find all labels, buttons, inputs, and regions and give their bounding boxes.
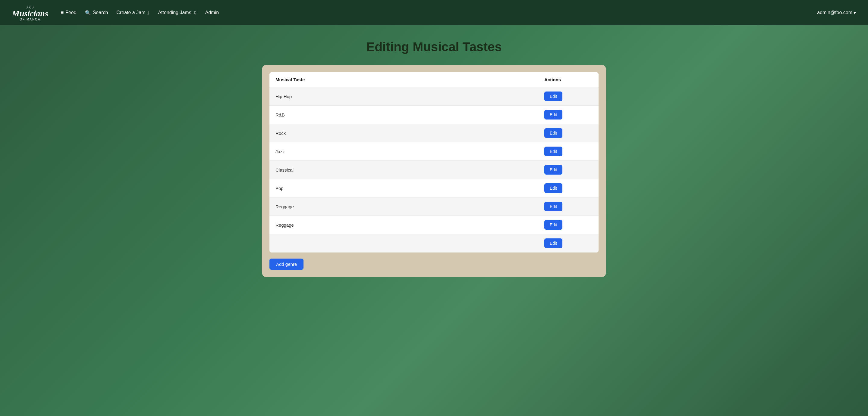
navbar: ♪♫♪ Musicians OF MANOA ≡ Feed 🔍 Search [0,0,868,25]
edit-button[interactable]: Edit [544,238,562,248]
edit-button[interactable]: Edit [544,147,562,156]
table-row: ReggageEdit [270,216,598,234]
edit-button[interactable]: Edit [544,128,562,138]
action-cell: Edit [538,106,598,124]
nav-link-attending-jams[interactable]: Attending Jams ♫ [158,10,196,15]
table-row: Edit [270,234,598,252]
nav-left: ♪♫♪ Musicians OF MANOA ≡ Feed 🔍 Search [12,4,219,21]
taste-cell: Rock [270,124,538,142]
dropdown-icon: ▾ [854,10,856,16]
table-row: JazzEdit [270,142,598,161]
page-title: Editing Musical Tastes [366,40,502,54]
table-header-row: Musical Taste Actions [270,72,598,87]
action-cell: Edit [538,234,598,252]
table-row: PopEdit [270,179,598,198]
musical-tastes-table: Musical Taste Actions Hip HopEditR&BEdit… [270,72,598,252]
action-cell: Edit [538,179,598,198]
action-cell: Edit [538,142,598,161]
user-menu[interactable]: admin@foo.com ▾ [817,10,856,16]
nav-item-admin[interactable]: Admin [205,10,219,15]
table-wrapper: Musical Taste Actions Hip HopEditR&BEdit… [270,72,598,252]
feed-icon: ≡ [61,10,64,15]
nav-right: admin@foo.com ▾ [817,10,856,16]
table-row: ReggageEdit [270,198,598,216]
music-note-icon: ♩ [147,10,150,16]
nav-item-create-jam[interactable]: Create a Jam ♩ [116,10,150,16]
nav-link-feed[interactable]: ≡ Feed [61,10,76,15]
edit-button[interactable]: Edit [544,110,562,119]
nav-item-feed[interactable]: ≡ Feed [61,10,76,15]
nav-item-search[interactable]: 🔍 Search [85,10,108,16]
taste-cell: Pop [270,179,538,198]
table-body: Hip HopEditR&BEditRockEditJazzEditClassi… [270,87,598,252]
taste-cell: Reggage [270,198,538,216]
col-header-actions: Actions [538,72,598,87]
action-cell: Edit [538,161,598,179]
nav-link-search[interactable]: 🔍 Search [85,10,108,16]
table-row: ClassicalEdit [270,161,598,179]
taste-cell [270,234,538,252]
table-row: Hip HopEdit [270,87,598,106]
nav-links: ≡ Feed 🔍 Search Create a Jam ♩ Attending… [61,10,219,16]
action-cell: Edit [538,198,598,216]
add-genre-button[interactable]: Add genre [270,258,304,270]
music-list-icon: ♫ [193,10,197,15]
nav-link-admin[interactable]: Admin [205,10,219,15]
action-cell: Edit [538,87,598,106]
edit-button[interactable]: Edit [544,183,562,193]
nav-link-create-jam[interactable]: Create a Jam ♩ [116,10,150,16]
table-row: RockEdit [270,124,598,142]
search-icon: 🔍 [85,10,91,16]
logo-sub: OF MANOA [20,18,40,21]
main-content: Editing Musical Tastes Musical Taste Act… [0,25,868,291]
taste-cell: Jazz [270,142,538,161]
logo-name: Musicians [12,9,48,18]
nav-item-attending-jams[interactable]: Attending Jams ♫ [158,10,196,15]
taste-cell: Reggage [270,216,538,234]
edit-button[interactable]: Edit [544,202,562,211]
edit-button[interactable]: Edit [544,92,562,101]
taste-cell: Classical [270,161,538,179]
user-email: admin@foo.com [817,10,852,15]
taste-cell: R&B [270,106,538,124]
table-row: R&BEdit [270,106,598,124]
action-cell: Edit [538,216,598,234]
edit-button[interactable]: Edit [544,220,562,230]
action-cell: Edit [538,124,598,142]
edit-button[interactable]: Edit [544,165,562,175]
taste-cell: Hip Hop [270,87,538,106]
logo: ♪♫♪ Musicians OF MANOA [12,4,51,21]
card: Musical Taste Actions Hip HopEditR&BEdit… [262,65,606,277]
col-header-taste: Musical Taste [270,72,538,87]
